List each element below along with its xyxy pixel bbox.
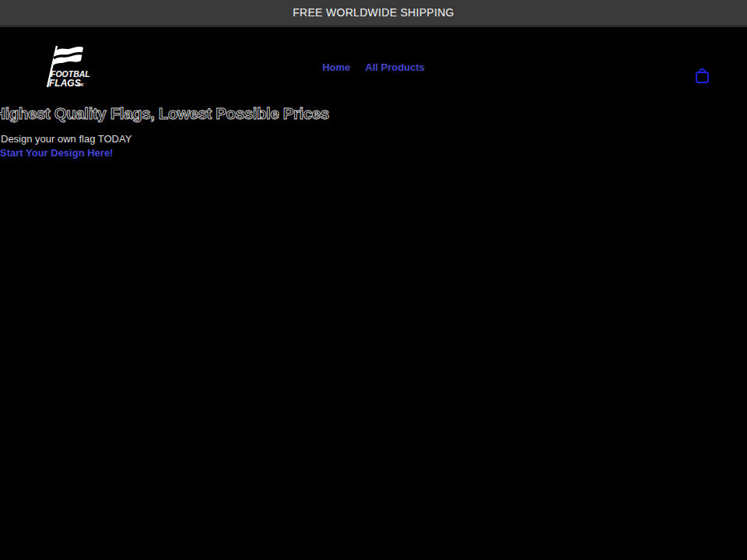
- hero-heading: Highest Quality Flags, Lowest Possible P…: [0, 104, 329, 123]
- shopping-bag-icon: [695, 68, 710, 84]
- announcement-bar: FREE WORLDWIDE SHIPPING: [0, 0, 747, 27]
- nav-link-home[interactable]: Home: [322, 61, 350, 73]
- football-flags-logo-icon: FOOTBALL FLAGS UK: [42, 44, 90, 89]
- nav-link-all-products[interactable]: All Products: [365, 61, 425, 73]
- logo-text-line2: FLAGS: [49, 78, 81, 89]
- logo-link[interactable]: FOOTBALL FLAGS UK: [42, 44, 90, 89]
- logo-text-suffix: UK: [77, 82, 84, 87]
- site-header: FOOTBALL FLAGS UK Home All Products: [0, 30, 747, 101]
- cart-button[interactable]: [695, 68, 710, 84]
- main-nav: Home All Products: [322, 61, 425, 73]
- announcement-text: FREE WORLDWIDE SHIPPING: [293, 6, 454, 19]
- start-design-link[interactable]: Start Your Design Here!: [0, 147, 113, 159]
- hero-subheading: Design your own flag TODAY: [1, 133, 132, 145]
- page: FREE WORLDWIDE SHIPPING FOOTBALL FLAGS U…: [0, 0, 747, 560]
